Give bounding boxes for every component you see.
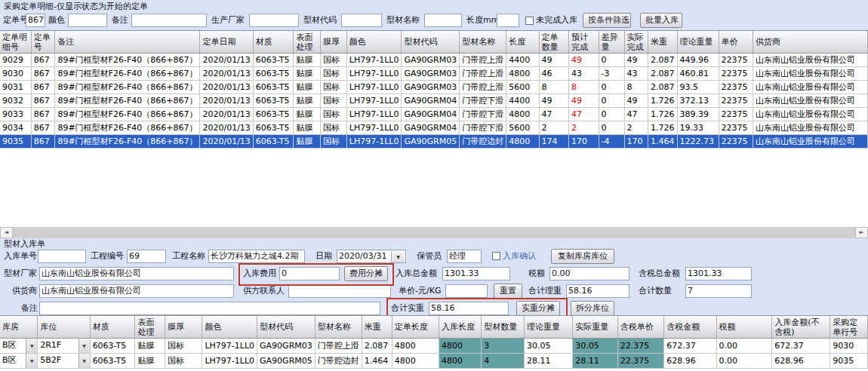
dropdown-arrow-icon[interactable]: ▼ xyxy=(78,354,90,368)
profile-code-filter-input[interactable] xyxy=(341,14,382,27)
keeper-field[interactable]: 经理 xyxy=(447,250,482,263)
table-cell: 门带腔下滑 xyxy=(460,94,506,108)
column-header: 定单数量 xyxy=(539,31,569,54)
table-cell[interactable]: 2R1F▼ xyxy=(38,339,90,354)
manufacturer-filter-input[interactable] xyxy=(249,14,299,27)
total-amount-field[interactable]: 1301.33 xyxy=(442,267,510,281)
remark-filter-input[interactable] xyxy=(131,14,207,27)
table-cell: 43 xyxy=(624,67,648,81)
filter-by-condition-button[interactable]: 按条件筛选 xyxy=(583,13,631,28)
copy-warehouse-location-button[interactable]: 复制库房库位 xyxy=(551,249,614,264)
form-row-1: 入库单号 工程编号 69 工程名称 长沙万科魅力之城4.2期 日期 2020/0… xyxy=(0,249,868,264)
table-cell: 28.11 xyxy=(525,354,573,369)
scrollbar-track[interactable] xyxy=(13,227,855,238)
table-cell: 4400 xyxy=(506,94,539,108)
column-header: 入库金额(不含税) xyxy=(772,316,830,339)
column-header: 表面处理 xyxy=(294,31,321,54)
theory-weight-label: 合计理重 xyxy=(528,284,562,299)
total-qty-field[interactable]: 7 xyxy=(685,284,752,298)
table-cell: 6063-T5 xyxy=(253,135,294,149)
order-row[interactable]: 903386789#门框型材F26-F40（866+867）2020/01/13… xyxy=(0,108,868,121)
order-row[interactable]: 903186789#门框型材F26-F40（866+867）2020/01/13… xyxy=(0,81,868,94)
tax-total-field[interactable]: 1301.33 xyxy=(685,267,752,281)
actual-weight-share-button[interactable]: 实重分摊 xyxy=(516,301,560,316)
note-label: 备注 xyxy=(21,301,38,316)
table-cell: 89#门框型材F26-F40（866+867） xyxy=(55,94,200,108)
calendar-dropdown-icon[interactable]: ▼ xyxy=(391,251,405,262)
dropdown-arrow-icon[interactable]: ▼ xyxy=(78,339,90,353)
batch-stock-in-button[interactable]: 批量入库 xyxy=(640,13,682,28)
fee-share-button[interactable]: 费用分摊 xyxy=(344,266,388,281)
column-header: 税额 xyxy=(716,316,772,339)
theory-weight-field[interactable]: 58.16 xyxy=(566,284,629,298)
supplier-field[interactable]: 山东南山铝业股份有限公司 xyxy=(39,284,234,298)
table-cell: 8 xyxy=(569,81,599,94)
profile-factory-field[interactable]: 山东南山铝业股份有限公司 xyxy=(39,267,234,281)
order-row[interactable]: 903486789#门框型材F26-F40（866+867）2020/01/13… xyxy=(0,121,868,135)
note-field[interactable] xyxy=(39,302,380,315)
table-cell: 山东南山铝业股份有限公司 xyxy=(753,108,868,121)
order-row[interactable]: 903286789#门框型材F26-F40（866+867）2020/01/13… xyxy=(0,94,868,108)
order-no-filter-input[interactable]: 867 xyxy=(26,14,45,27)
table-cell: 170 xyxy=(569,135,599,149)
table-cell: 6063-T5 xyxy=(253,54,294,67)
table-cell: GA90GRM05 xyxy=(257,354,315,369)
reset-button[interactable]: 重置 xyxy=(494,284,522,299)
purchase-order-table-container: 定单明细号定单号备注定单日期材质表面处理膜厚颜色型材代码型材名称长度定单数量预计… xyxy=(0,30,868,239)
table-cell: GA90GRM04 xyxy=(402,94,460,108)
table-cell: 山东南山铝业股份有限公司 xyxy=(753,121,868,135)
project-no-field[interactable]: 69 xyxy=(127,250,166,263)
table-cell[interactable]: B区▼ xyxy=(0,354,38,369)
table-cell: 22375 xyxy=(719,67,753,81)
table-cell: 山东南山铝业股份有限公司 xyxy=(753,81,868,94)
scroll-right-arrow-icon[interactable]: ► xyxy=(855,227,868,238)
table-cell: 2020/01/13 xyxy=(200,121,253,135)
horizontal-scrollbar[interactable]: ◄ ► xyxy=(0,227,868,238)
stock-in-confirm-checkbox[interactable] xyxy=(492,252,500,260)
receipt-no-label: 入库单号 xyxy=(4,249,37,264)
table-cell: 2 xyxy=(624,121,648,135)
table-cell: 19.33 xyxy=(677,121,719,135)
table-cell: 6063-T5 xyxy=(253,94,294,108)
column-header: 定单日期 xyxy=(200,31,253,54)
table-cell: 389.39 xyxy=(677,108,719,121)
length-filter-input[interactable] xyxy=(497,14,519,27)
column-header: 预计完成 xyxy=(569,31,599,54)
dropdown-arrow-icon[interactable]: ▼ xyxy=(26,339,37,353)
project-name-field[interactable]: 长沙万科魅力之城4.2期 xyxy=(208,250,305,263)
unfinished-checkbox[interactable] xyxy=(525,17,534,25)
stock-in-table-container: 库房库位材质表面处理膜厚颜色型材代码型材名称米重定单长度入库长度型材数量理论重量… xyxy=(0,315,868,371)
color-filter-input[interactable] xyxy=(68,14,107,27)
table-cell: 49 xyxy=(624,54,648,67)
table-cell: 国标 xyxy=(321,135,347,149)
table-cell: LH797-1LL0 xyxy=(346,54,402,67)
order-row[interactable]: 903586789#门框型材F26-F40（866+867）2020/01/13… xyxy=(0,135,868,149)
supplier-contact-field[interactable] xyxy=(288,284,391,298)
tax-label: 税额 xyxy=(528,266,545,281)
date-picker[interactable]: 2020/03/31▼ xyxy=(337,250,406,263)
table-cell: 8 xyxy=(539,81,569,94)
table-cell: LH797-1LL0 xyxy=(346,121,402,135)
profile-name-filter-input[interactable] xyxy=(424,14,462,27)
split-location-button[interactable]: 拆分库位 xyxy=(571,301,614,316)
order-row[interactable]: 902986789#门框型材F26-F40（866+867）2020/01/13… xyxy=(0,54,868,67)
table-cell: 46 xyxy=(539,67,569,81)
table-cell: 49 xyxy=(539,54,569,67)
table-cell: 49 xyxy=(569,94,599,108)
unit-price-field[interactable] xyxy=(445,284,488,298)
stock-in-fee-field[interactable]: 0 xyxy=(279,267,340,281)
order-row[interactable]: 903086789#门框型材F26-F40（866+867）2020/01/13… xyxy=(0,67,868,81)
tax-field[interactable]: 0.00 xyxy=(549,267,629,281)
stock-row[interactable]: B区▼5B2F▼6063-T5贴膜国标LH797-1LL0GA90GRM05门带… xyxy=(0,354,868,369)
table-cell[interactable]: 5B2F▼ xyxy=(38,354,90,369)
receipt-no-field[interactable] xyxy=(38,250,86,263)
total-qty-label: 合计数量 xyxy=(639,284,672,299)
actual-weight-field[interactable]: 58.16 xyxy=(429,302,509,315)
dropdown-arrow-icon[interactable]: ▼ xyxy=(26,354,37,368)
stock-row[interactable]: B区▼2R1F▼6063-T5贴膜国标LH797-1LL0GA90GRM03门带… xyxy=(0,339,868,354)
scroll-left-arrow-icon[interactable]: ◄ xyxy=(0,227,13,238)
actual-weight-label: 合计实重 xyxy=(391,301,424,316)
manufacturer-filter-label: 生产厂家 xyxy=(211,13,245,28)
table-cell: 4800 xyxy=(392,354,439,369)
table-cell[interactable]: B区▼ xyxy=(0,339,38,354)
